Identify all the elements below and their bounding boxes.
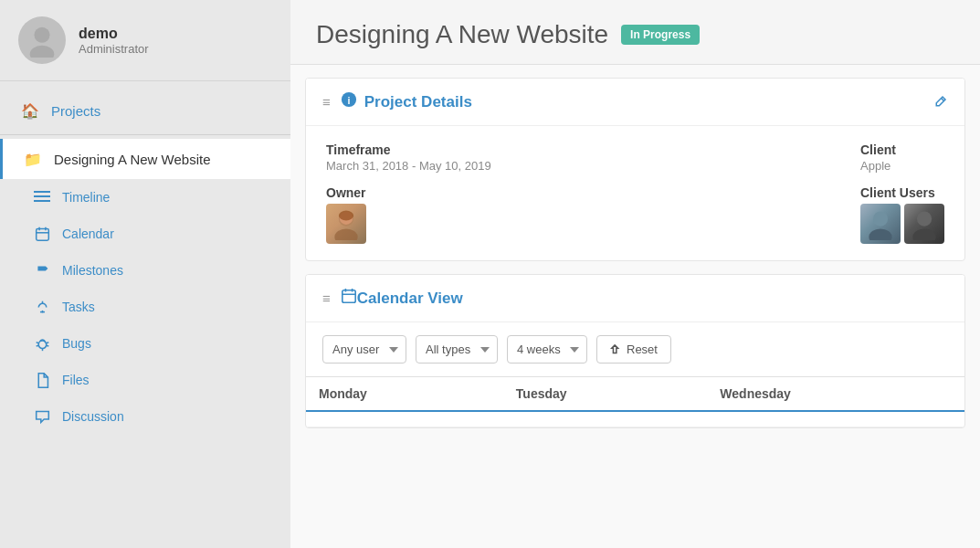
project-details-body: Timeframe March 31, 2018 - May 10, 2019 … — [306, 126, 964, 260]
table-row — [306, 411, 964, 427]
sidebar-bugs-label: Bugs — [62, 336, 91, 351]
user-name: demo — [79, 26, 149, 42]
sidebar-item-milestones[interactable]: Milestones — [0, 252, 290, 289]
client-user-avatar-2 — [904, 204, 944, 244]
svg-line-16 — [46, 345, 48, 346]
calendar-view-title: Calendar View — [357, 290, 948, 308]
svg-point-0 — [34, 27, 49, 43]
timeline-icon — [33, 188, 51, 206]
detail-right: Client Apple Client Users — [824, 142, 944, 244]
svg-point-12 — [38, 341, 47, 349]
detail-left: Timeframe March 31, 2018 - May 10, 2019 … — [326, 142, 824, 244]
sidebar-item-tasks[interactable]: Tasks — [0, 289, 290, 325]
sidebar-files-label: Files — [62, 373, 90, 387]
svg-rect-28 — [342, 290, 355, 303]
sidebar-milestones-label: Milestones — [62, 263, 123, 278]
svg-point-26 — [917, 212, 932, 227]
client-users-label: Client Users — [860, 185, 944, 200]
sidebar-item-discussion[interactable]: Discussion — [0, 398, 290, 435]
nav-divider — [0, 134, 290, 135]
sidebar-item-calendar[interactable]: Calendar — [0, 216, 290, 252]
svg-rect-3 — [34, 195, 50, 197]
svg-point-1 — [30, 46, 55, 58]
sidebar-item-bugs[interactable]: Bugs — [0, 325, 290, 362]
menu-lines-icon: ≡ — [322, 94, 332, 110]
discussion-icon — [33, 407, 51, 426]
col-wednesday: Wednesday — [707, 377, 964, 412]
svg-line-15 — [46, 342, 48, 342]
calendar-table: Monday Tuesday Wednesday — [306, 376, 964, 427]
calendar-view-card: ≡ Calendar View Any user All types — [305, 274, 965, 428]
edit-pencil-icon[interactable] — [934, 94, 948, 111]
user-role: Administrator — [79, 42, 149, 56]
bugs-icon — [33, 334, 51, 353]
sidebar-timeline-label: Timeline — [62, 190, 110, 205]
svg-line-13 — [36, 342, 38, 342]
svg-rect-5 — [36, 228, 48, 240]
calendar-view-header: ≡ Calendar View — [306, 275, 964, 322]
timeframe-label: Timeframe — [326, 142, 824, 157]
milestones-icon — [33, 261, 51, 279]
sidebar-item-timeline[interactable]: Timeline — [0, 179, 290, 216]
calendar-icon — [33, 225, 51, 243]
svg-text:i: i — [347, 95, 350, 106]
client-label: Client — [860, 142, 944, 157]
project-details-title: Project Details — [364, 93, 934, 111]
folder-icon: 📁 — [23, 149, 43, 169]
svg-rect-2 — [34, 191, 50, 193]
sidebar-item-active-project[interactable]: 📁 Designing A New Website — [0, 139, 290, 179]
sidebar-item-projects-label: Projects — [51, 103, 100, 119]
sidebar-tasks-label: Tasks — [62, 300, 95, 314]
sidebar-item-projects[interactable]: 🏠 Projects — [0, 90, 290, 131]
user-info: demo Administrator — [79, 26, 149, 56]
calendar-menu-icon: ≡ — [322, 290, 332, 306]
project-details-grid: Timeframe March 31, 2018 - May 10, 2019 … — [326, 142, 944, 244]
tasks-icon — [33, 298, 51, 316]
svg-point-25 — [869, 228, 891, 240]
info-circle-icon: i — [341, 91, 357, 112]
page-title: Designing A New Website — [316, 20, 608, 49]
sidebar-item-files[interactable]: Files — [0, 362, 290, 398]
avatar — [18, 16, 66, 64]
filter-controls: Any user All types 4 weeks Reset — [306, 322, 964, 376]
nav-section: 🏠 Projects 📁 Designing A New Website Tim… — [0, 81, 290, 444]
project-details-card: ≡ i Project Details — [305, 78, 965, 261]
user-filter-select[interactable]: Any user — [322, 335, 406, 364]
main-content: Designing A New Website In Progress ≡ i … — [290, 0, 980, 548]
svg-point-23 — [339, 211, 353, 221]
svg-point-21 — [334, 228, 357, 240]
period-filter-select[interactable]: 4 weeks — [507, 335, 587, 364]
owner-avatars — [326, 204, 824, 244]
sidebar-active-project-label: Designing A New Website — [54, 152, 210, 167]
user-section: demo Administrator — [0, 0, 290, 81]
type-filter-select[interactable]: All types — [416, 335, 498, 364]
page-header: Designing A New Website In Progress — [290, 0, 980, 65]
files-icon — [33, 371, 51, 389]
client-user-avatar-1 — [860, 204, 901, 244]
sidebar-discussion-label: Discussion — [62, 409, 124, 424]
svg-point-27 — [912, 228, 935, 240]
timeframe-value: March 31, 2018 - May 10, 2019 — [326, 159, 824, 173]
svg-line-14 — [36, 345, 38, 346]
col-tuesday: Tuesday — [503, 377, 708, 412]
calendar-header-icon — [341, 288, 357, 309]
home-icon: 🏠 — [20, 100, 40, 121]
project-details-header: ≡ i Project Details — [306, 79, 964, 126]
owner-label: Owner — [326, 185, 824, 200]
sidebar: demo Administrator 🏠 Projects 📁 Designin… — [0, 0, 290, 548]
status-badge: In Progress — [621, 25, 700, 45]
content-area: ≡ i Project Details — [290, 65, 980, 548]
reset-button[interactable]: Reset — [596, 335, 671, 364]
client-user-avatars — [860, 204, 944, 244]
col-monday: Monday — [306, 377, 503, 412]
reset-label: Reset — [627, 342, 658, 356]
client-value: Apple — [860, 159, 944, 173]
owner-avatar-female — [326, 204, 366, 244]
sidebar-calendar-label: Calendar — [62, 227, 114, 241]
svg-rect-4 — [34, 200, 50, 202]
svg-point-24 — [873, 212, 888, 227]
